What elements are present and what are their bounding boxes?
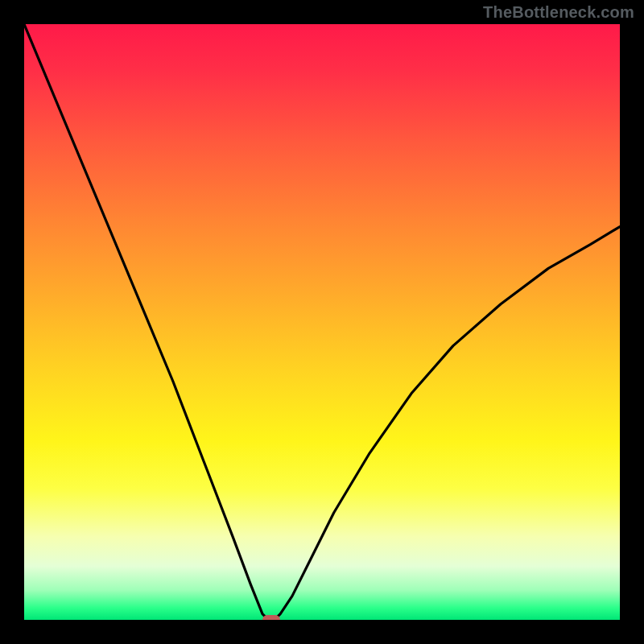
minimum-marker — [262, 615, 280, 620]
bottleneck-curve — [24, 24, 620, 620]
chart-frame: TheBottleneck.com — [0, 0, 644, 644]
watermark-text: TheBottleneck.com — [483, 3, 634, 22]
plot-area — [24, 24, 620, 620]
